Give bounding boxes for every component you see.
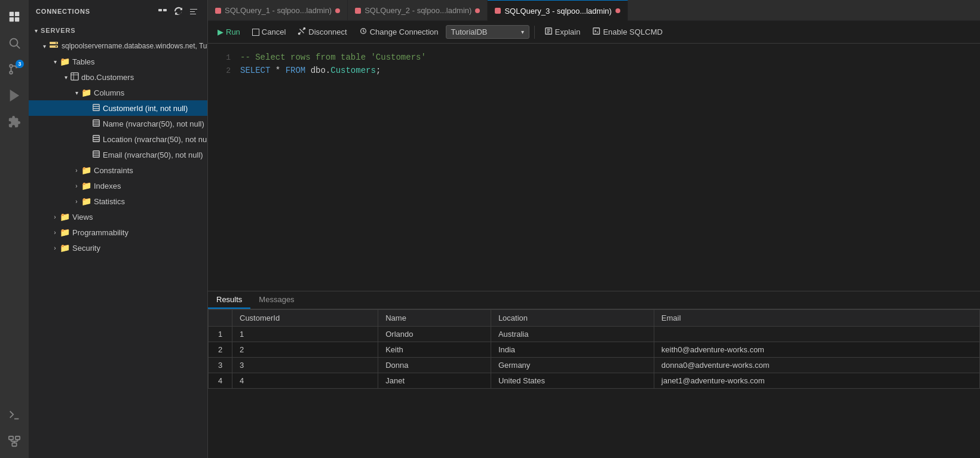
change-connection-button[interactable]: Change Connection: [354, 25, 443, 39]
svg-rect-33: [93, 135, 100, 142]
svg-point-22: [56, 42, 57, 44]
explain-button[interactable]: Explain: [540, 25, 586, 39]
columns-item[interactable]: ▾ 📁 Columns: [29, 85, 207, 100]
column-customerid-label: CustomerId (int, not null): [103, 104, 188, 113]
tab1-icon: [215, 8, 221, 14]
tab1-label: SQLQuery_1 - sqlpoo...ladmin): [225, 6, 332, 15]
line-num-1: 1: [213, 53, 231, 62]
tab3-dot: [615, 8, 620, 13]
tables-item[interactable]: ▾ 📁 Tables: [29, 54, 207, 69]
results-table: CustomerId Name Location Email 1 1 Orlan…: [208, 309, 980, 389]
connections-icon[interactable]: [2, 429, 26, 453]
row1-num: 1: [209, 327, 232, 342]
views-item[interactable]: › 📁 Views: [29, 209, 207, 225]
run-button[interactable]: ▶ Run: [213, 26, 245, 38]
svg-point-23: [56, 46, 57, 47]
programmability-label: Programmability: [72, 228, 128, 237]
server-item[interactable]: ▾ sqlpoolservername.database.windows.net…: [29, 38, 207, 54]
enable-sqlcmd-button[interactable]: Enable SQLCMD: [587, 25, 667, 39]
row1-name: Orlando: [378, 327, 491, 342]
views-label: Views: [72, 213, 93, 222]
activity-bar: 3: [0, 0, 29, 458]
statistics-folder-icon: 📁: [81, 196, 91, 206]
programmability-folder-icon: 📁: [60, 228, 70, 237]
column-customerid[interactable]: CustomerId (int, not null): [29, 100, 207, 116]
database-name: TutorialDB: [451, 27, 488, 36]
svg-rect-2: [10, 17, 14, 21]
svg-rect-36: [93, 150, 100, 157]
svg-rect-13: [12, 443, 16, 447]
run-debug-icon[interactable]: [2, 84, 26, 107]
tab-sqlquery3[interactable]: SQLQuery_3 - sqlpoo...ladmin): [488, 0, 627, 21]
cancel-button[interactable]: Cancel: [247, 26, 290, 38]
servers-arrow: ▾: [31, 26, 41, 35]
row2-num: 2: [209, 342, 232, 358]
col-header-rownum: [209, 310, 232, 327]
table-row: 2 2 Keith India keith0@adventure-works.c…: [209, 342, 980, 358]
database-dropdown[interactable]: TutorialDB ▾: [446, 25, 529, 39]
svg-rect-30: [93, 119, 100, 126]
explorer-icon[interactable]: [2, 5, 26, 29]
results-tab-messages[interactable]: Messages: [250, 291, 302, 309]
sidebar-title: CONNECTIONS: [36, 8, 90, 15]
column-name-label: Name (nvarchar(50), not null): [103, 119, 204, 128]
column-name[interactable]: Name (nvarchar(50), not null): [29, 116, 207, 131]
editor-area[interactable]: 1 -- Select rows from table 'Customers' …: [208, 44, 980, 291]
column-email[interactable]: Email (nvarchar(50), not null): [29, 147, 207, 162]
results-tab-results[interactable]: Results: [208, 291, 250, 309]
statistics-arrow: ›: [72, 196, 81, 206]
column-icon-1: [92, 103, 100, 113]
tab2-label: SQLQuery_2 - sqlpoo...ladmin): [365, 6, 471, 15]
servers-label: SERVERS: [41, 27, 76, 34]
run-label: Run: [226, 27, 240, 36]
code-star: *: [270, 66, 285, 75]
results-table-wrap[interactable]: CustomerId Name Location Email 1 1 Orlan…: [208, 309, 980, 458]
line-num-2: 2: [213, 66, 231, 75]
tab-sqlquery1[interactable]: SQLQuery_1 - sqlpoo...ladmin): [208, 0, 348, 21]
table-row: 1 1 Orlando Australia: [209, 327, 980, 342]
sidebar-header-actions: [156, 5, 200, 18]
refresh-btn[interactable]: [172, 5, 185, 18]
programmability-item[interactable]: › 📁 Programmability: [29, 225, 207, 240]
results-pane: Results Messages CustomerId Name Locatio…: [208, 291, 980, 458]
svg-rect-24: [71, 72, 78, 79]
servers-section[interactable]: ▾ SERVERS: [29, 23, 207, 38]
dbo-customers-item[interactable]: ▾ dbo.Customers: [29, 69, 207, 85]
tab-sqlquery2[interactable]: SQLQuery_2 - sqlpoo...ladmin): [348, 0, 488, 21]
indexes-folder-icon: 📁: [81, 181, 91, 190]
security-item[interactable]: › 📁 Security: [29, 240, 207, 256]
row4-email: janet1@adventure-works.com: [654, 373, 979, 389]
terminal-icon[interactable]: [2, 403, 26, 427]
tab2-icon: [355, 8, 361, 14]
col-header-location: Location: [491, 310, 654, 327]
indexes-item[interactable]: › 📁 Indexes: [29, 178, 207, 193]
cancel-icon: [252, 29, 259, 36]
tab-bar: SQLQuery_1 - sqlpoo...ladmin) SQLQuery_2…: [208, 0, 980, 21]
code-table-name: Customers: [330, 66, 376, 75]
statistics-item[interactable]: › 📁 Statistics: [29, 193, 207, 209]
row3-num: 3: [209, 358, 232, 373]
svg-point-39: [299, 33, 301, 35]
column-location[interactable]: Location (nvarchar(50), not null): [29, 131, 207, 147]
results-tabs: Results Messages: [208, 291, 980, 309]
server-icon: [49, 41, 59, 52]
column-icon-4: [92, 150, 100, 160]
tables-arrow: ▾: [50, 57, 60, 66]
table-icon: [71, 72, 79, 82]
row3-name: Donna: [378, 358, 491, 373]
new-connection-btn[interactable]: [156, 5, 169, 18]
svg-marker-9: [11, 91, 19, 101]
row3-location: Germany: [491, 358, 654, 373]
toolbar-separator: [534, 26, 535, 39]
extensions-icon[interactable]: [2, 110, 26, 134]
column-email-label: Email (nvarchar(50), not null): [103, 150, 203, 159]
disconnect-button[interactable]: Disconnect: [293, 25, 351, 39]
constraints-item[interactable]: › 📁 Constraints: [29, 162, 207, 178]
code-line-1: 1 -- Select rows from table 'Customers': [208, 51, 980, 64]
search-icon[interactable]: [2, 31, 26, 55]
source-control-icon[interactable]: 3: [2, 57, 26, 81]
svg-rect-1: [15, 12, 19, 16]
code-comment-1: -- Select rows from table 'Customers': [240, 53, 426, 62]
collapse-btn[interactable]: [187, 5, 200, 18]
tables-label: Tables: [72, 57, 95, 66]
